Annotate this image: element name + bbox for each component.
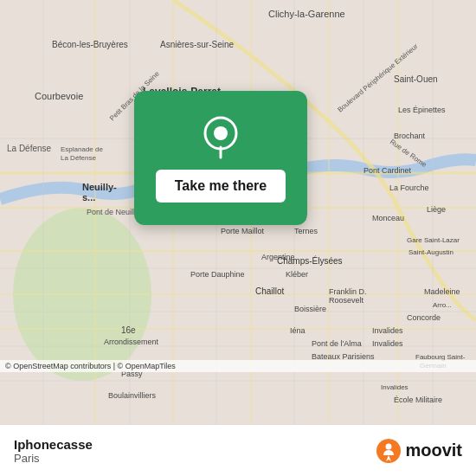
svg-text:Asnières-sur-Seine: Asnières-sur-Seine xyxy=(160,40,234,49)
location-city: Paris xyxy=(14,452,93,465)
location-name: Iphonecasse xyxy=(14,437,93,452)
bottom-left: Iphonecasse Paris xyxy=(14,437,93,465)
svg-text:Boissière: Boissière xyxy=(294,305,326,313)
bottom-bar: Iphonecasse Paris moovit xyxy=(0,424,476,476)
svg-text:s...: s... xyxy=(82,192,95,203)
location-card: Take me there xyxy=(134,91,307,225)
svg-text:Invalides: Invalides xyxy=(372,326,403,335)
svg-text:La Fourche: La Fourche xyxy=(389,183,429,192)
svg-text:Saint-Ouen: Saint-Ouen xyxy=(394,74,438,84)
svg-text:Arrondissement: Arrondissement xyxy=(104,338,159,346)
svg-text:Saint-Augustin: Saint-Augustin xyxy=(408,248,453,256)
svg-text:Monceau: Monceau xyxy=(372,214,404,222)
svg-text:Invalides: Invalides xyxy=(381,383,408,391)
moovit-brand-icon xyxy=(376,438,402,464)
svg-text:Pont de l'Alma: Pont de l'Alma xyxy=(312,339,362,348)
svg-text:Esplanade de: Esplanade de xyxy=(61,145,103,153)
svg-text:Champs-Élysées: Champs-Élysées xyxy=(277,255,343,266)
svg-text:La Défense: La Défense xyxy=(7,144,52,153)
svg-text:Porte Dauphine: Porte Dauphine xyxy=(190,270,245,279)
svg-text:Invalides: Invalides xyxy=(372,339,403,348)
svg-text:Roosevelt: Roosevelt xyxy=(329,296,364,305)
svg-text:Brochant: Brochant xyxy=(394,132,426,140)
svg-text:Porte Maillot: Porte Maillot xyxy=(221,227,265,235)
svg-text:Boulainvilliers: Boulainvilliers xyxy=(108,391,157,400)
svg-text:Arro...: Arro... xyxy=(433,301,452,309)
svg-text:Concorde: Concorde xyxy=(407,313,441,322)
svg-text:16e: 16e xyxy=(121,325,136,335)
copyright-bar: © OpenStreetMap contributors | © OpenMap… xyxy=(0,360,476,372)
svg-text:La Défense: La Défense xyxy=(61,154,96,162)
svg-text:Franklin D.: Franklin D. xyxy=(329,287,367,296)
svg-text:Madeleine: Madeleine xyxy=(424,287,460,296)
svg-text:Pont de Neuilly: Pont de Neuilly xyxy=(87,208,139,216)
take-me-there-button[interactable]: Take me there xyxy=(156,170,286,203)
svg-text:Kléber: Kléber xyxy=(286,270,308,279)
svg-text:École Militaire: École Militaire xyxy=(394,396,442,404)
svg-point-75 xyxy=(214,126,228,140)
moovit-logo: moovit xyxy=(376,438,462,464)
svg-text:Ternes: Ternes xyxy=(294,227,318,235)
svg-text:Courbevoie: Courbevoie xyxy=(35,91,83,101)
map-container: Courbevoie Clichy-la-Garenne Asnières-su… xyxy=(0,0,476,424)
svg-text:Chaillot: Chaillot xyxy=(255,286,285,296)
svg-text:Bécon-les-Bruyères: Bécon-les-Bruyères xyxy=(52,40,128,49)
pin-icon xyxy=(197,114,244,161)
svg-text:Gare Saint-Lazar: Gare Saint-Lazar xyxy=(407,236,460,244)
copyright-text: © OpenStreetMap contributors | © OpenMap… xyxy=(5,362,176,370)
svg-text:Neuilly-: Neuilly- xyxy=(82,182,117,192)
app: Courbevoie Clichy-la-Garenne Asnières-su… xyxy=(0,0,476,476)
svg-text:Pont Cardinet: Pont Cardinet xyxy=(363,166,412,175)
svg-point-77 xyxy=(386,443,392,449)
svg-text:Les Épinettes: Les Épinettes xyxy=(398,106,446,114)
svg-text:Iéna: Iéna xyxy=(290,326,306,335)
svg-text:Liège: Liège xyxy=(427,205,446,214)
svg-text:Clichy-la-Garenne: Clichy-la-Garenne xyxy=(268,9,345,19)
moovit-text: moovit xyxy=(405,441,462,460)
